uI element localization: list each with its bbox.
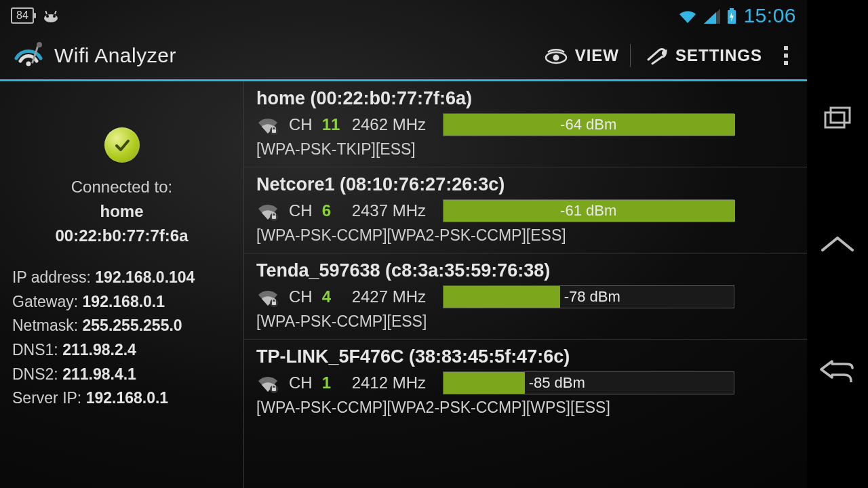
channel-label: CH [289, 287, 313, 306]
svg-point-2 [53, 15, 56, 18]
status-bar: 84 15:06 [0, 0, 807, 31]
svg-point-7 [26, 61, 31, 66]
dns2-label: DNS2: [12, 365, 58, 383]
signal-dbm: -61 dBm [443, 200, 734, 222]
frequency-value: 2412 MHz [352, 373, 433, 392]
svg-rect-12 [784, 46, 788, 50]
channel-value: 4 [322, 287, 342, 306]
netmask-label: Netmask: [12, 317, 78, 334]
app-title: Wifi Analyzer [54, 44, 176, 67]
svg-rect-24 [831, 108, 850, 123]
svg-rect-3 [45, 11, 47, 14]
channel-label: CH [289, 201, 313, 220]
wifi-lock-icon [256, 199, 279, 222]
svg-rect-16 [272, 129, 276, 133]
frequency-value: 2427 MHz [352, 287, 433, 306]
channel-value: 11 [322, 115, 342, 134]
cell-signal-icon [704, 7, 720, 24]
status-clock: 15:06 [743, 4, 796, 27]
eye-icon [544, 46, 568, 65]
network-title: TP-LINK_5F476C (38:83:45:5f:47:6c) [256, 346, 795, 367]
serverip-label: Server IP: [12, 389, 81, 407]
signal-dbm: -64 dBm [443, 114, 734, 136]
battery-indicator: 84 [11, 7, 34, 24]
wrench-icon [646, 45, 669, 65]
android-debug-icon [41, 7, 61, 24]
network-item[interactable]: home (00:22:b0:77:7f:6a)CH112462 MHz-64 … [244, 81, 807, 167]
dns1-label: DNS1: [12, 341, 58, 359]
gateway-value: 192.168.0.1 [83, 293, 165, 310]
recent-apps-button[interactable] [823, 106, 852, 130]
signal-dbm: -85 dBm [443, 372, 734, 394]
signal-bar: -85 dBm [443, 371, 734, 394]
channel-value: 1 [322, 373, 342, 392]
wifi-lock-icon [256, 371, 279, 394]
signal-bar: -78 dBm [443, 285, 734, 308]
view-button[interactable]: VIEW [544, 44, 631, 67]
svg-rect-4 [54, 11, 57, 14]
signal-bar: -61 dBm [443, 199, 734, 222]
wifi-lock-icon [256, 113, 279, 136]
back-button[interactable] [820, 359, 855, 382]
connected-ssid: home [12, 199, 231, 224]
view-label: VIEW [575, 46, 619, 65]
svg-rect-13 [784, 54, 788, 58]
network-title: Netcore1 (08:10:76:27:26:3c) [256, 174, 795, 195]
action-separator [630, 44, 631, 67]
netmask-value: 255.255.255.0 [83, 317, 182, 334]
frequency-value: 2462 MHz [352, 115, 433, 134]
system-navbar [807, 0, 868, 488]
svg-rect-14 [784, 61, 788, 65]
network-item[interactable]: Netcore1 (08:10:76:27:26:3c)CH62437 MHz-… [244, 167, 807, 253]
network-security: [WPA-PSK-TKIP][ESS] [256, 140, 795, 159]
connection-details: IP address: 192.168.0.104 Gateway: 192.1… [12, 266, 231, 411]
connection-panel: Connected to: home 00:22:b0:77:7f:6a IP … [0, 81, 244, 488]
signal-dbm: -78 dBm [443, 286, 734, 308]
network-list[interactable]: home (00:22:b0:77:7f:6a)CH112462 MHz-64 … [244, 81, 807, 488]
dns2-value: 211.98.4.1 [62, 365, 136, 383]
svg-point-1 [46, 15, 49, 18]
app-bar: Wifi Analyzer VIEW SETTINGS [0, 31, 807, 81]
svg-rect-23 [825, 113, 844, 127]
network-security: [WPA-PSK-CCMP][WPA2-PSK-CCMP][WPS][ESS] [256, 399, 795, 417]
serverip-value: 192.168.0.1 [86, 389, 169, 407]
svg-rect-18 [272, 216, 276, 219]
settings-label: SETTINGS [675, 46, 762, 65]
connected-to-label: Connected to: [12, 175, 231, 199]
battery-status-icon [727, 7, 736, 24]
frequency-value: 2437 MHz [352, 201, 433, 220]
network-security: [WPA-PSK-CCMP][WPA2-PSK-CCMP][ESS] [256, 226, 795, 245]
channel-label: CH [289, 115, 313, 134]
svg-rect-6 [730, 8, 734, 10]
settings-button[interactable]: SETTINGS [646, 45, 762, 65]
signal-bar: -64 dBm [443, 113, 734, 136]
ip-value: 192.168.0.104 [95, 268, 195, 286]
wifi-status-icon [678, 7, 697, 24]
network-title: Tenda_597638 (c8:3a:35:59:76:38) [256, 260, 795, 281]
network-item[interactable]: TP-LINK_5F476C (38:83:45:5f:47:6c)CH1241… [244, 340, 807, 425]
channel-value: 6 [322, 201, 342, 220]
ip-label: IP address: [12, 268, 91, 286]
channel-label: CH [289, 373, 313, 392]
svg-point-9 [37, 42, 42, 47]
wifi-lock-icon [256, 285, 279, 308]
dns1-value: 211.98.2.4 [62, 341, 136, 359]
svg-rect-22 [272, 388, 276, 391]
gateway-label: Gateway: [12, 293, 78, 310]
connected-bssid: 00:22:b0:77:7f:6a [12, 224, 231, 248]
svg-point-0 [44, 14, 58, 22]
network-item[interactable]: Tenda_597638 (c8:3a:35:59:76:38)CH42427 … [244, 253, 807, 340]
app-logo-icon [12, 39, 45, 72]
home-button[interactable] [820, 234, 855, 256]
svg-point-11 [553, 55, 559, 61]
network-title: home (00:22:b0:77:7f:6a) [256, 88, 795, 109]
overflow-menu-button[interactable] [777, 44, 795, 67]
svg-rect-20 [272, 302, 276, 305]
network-security: [WPA-PSK-CCMP][ESS] [256, 312, 795, 331]
connected-check-icon [104, 127, 140, 163]
